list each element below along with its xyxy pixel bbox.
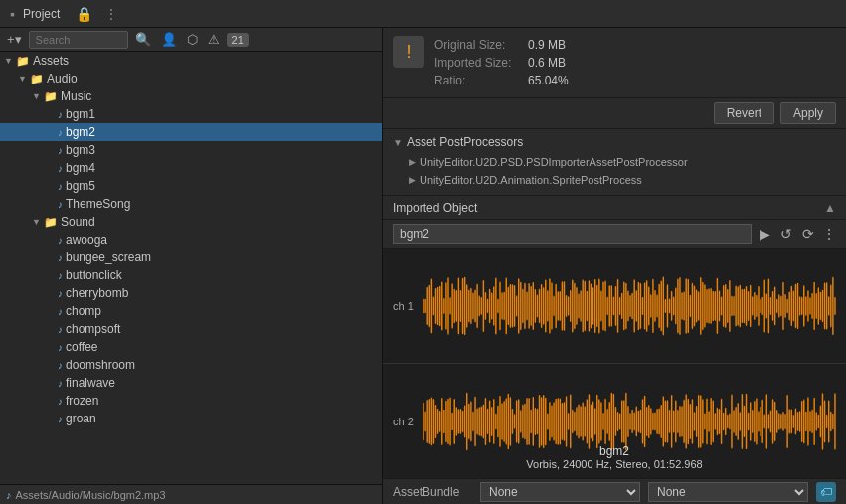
- tree-item-chomp[interactable]: ▶♪chomp: [0, 302, 382, 320]
- ratio-label: Ratio:: [434, 72, 524, 89]
- tree-item-bgm2[interactable]: ▶♪bgm2: [0, 123, 382, 141]
- tag-icon[interactable]: 🏷: [816, 482, 836, 502]
- channel-1-row: ch 1: [383, 249, 846, 364]
- original-size-label: Original Size:: [434, 36, 524, 54]
- folder-icon: 📁: [30, 73, 44, 85]
- asset-bundle-select-1[interactable]: None: [480, 482, 640, 502]
- tree-item-bungee_scream[interactable]: ▶♪bungee_scream: [0, 249, 382, 266]
- audio-file-icon: ♪: [58, 342, 63, 353]
- audio-file-icon: ♪: [58, 235, 63, 246]
- audio-file-icon: ♪: [58, 360, 63, 371]
- processor-item-2: ▶ UnityEditor.U2D.Animation.SpritePostPr…: [393, 171, 836, 189]
- play-button[interactable]: ▶: [758, 224, 772, 244]
- info-section: ! Original Size: 0.9 MB Imported Size: 0…: [383, 28, 846, 98]
- tree-item-assets[interactable]: ▼📁Assets: [0, 52, 382, 70]
- audio-file-icon: ♪: [58, 199, 63, 210]
- audio-file-icon: ♪: [58, 163, 63, 174]
- processor-item-1: ▶ UnityEditor.U2D.PSD.PSDImporterAssetPo…: [393, 153, 836, 171]
- tree-label: frozen: [66, 394, 98, 408]
- asset-path: Assets/Audio/Music/bgm2.mp3: [16, 489, 166, 501]
- folder-icon: 📁: [44, 216, 58, 229]
- channel-2-row: ch 2 bgm2 Vorbis, 24000 Hz, Stereo, 01:5…: [383, 364, 846, 478]
- asset-bundle-select-2[interactable]: None: [648, 482, 808, 502]
- arrow-icon: ▼: [4, 56, 16, 66]
- tree-label: awooga: [66, 233, 107, 247]
- player-menu-icon[interactable]: ⋮: [822, 226, 836, 242]
- tree-item-frozen[interactable]: ▶♪frozen: [0, 392, 382, 410]
- tree-label: coffee: [66, 340, 97, 354]
- channel-2-label: ch 2: [393, 416, 423, 427]
- channel-1-label: ch 1: [393, 300, 423, 312]
- audio-file-icon: ♪: [58, 145, 63, 156]
- lock-icon[interactable]: 🔒: [72, 4, 96, 24]
- scroll-indicator[interactable]: ▲: [824, 201, 836, 215]
- menu-icon[interactable]: ⋮: [100, 4, 122, 24]
- tree-label: cherrybomb: [66, 286, 128, 300]
- tree-item-bgm4[interactable]: ▶♪bgm4: [0, 159, 382, 177]
- revert-button[interactable]: Revert: [714, 102, 774, 124]
- arrow-icon: ▼: [32, 217, 44, 227]
- info-text: Original Size: 0.9 MB Imported Size: 0.6…: [434, 36, 836, 89]
- imported-object-header: Imported Object ▲: [383, 196, 846, 220]
- tree-item-cherrybomb[interactable]: ▶♪cherrybomb: [0, 284, 382, 302]
- audio-file-icon: ♪: [58, 181, 63, 192]
- tree-item-bgm5[interactable]: ▶♪bgm5: [0, 177, 382, 195]
- asset-postprocessors: ▼ Asset PostProcessors ▶ UnityEditor.U2D…: [383, 129, 846, 196]
- refresh-button[interactable]: ⟳: [800, 224, 816, 244]
- folder-icon: 📁: [16, 55, 30, 68]
- ratio-value: 65.04%: [528, 72, 569, 89]
- left-panel: +▾ 🔍 👤 ⬡ ⚠ 21 ▼📁Assets▼📁Audio▼📁Music▶♪bg…: [0, 28, 383, 504]
- audio-file-icon: ♪: [58, 270, 63, 281]
- search-input[interactable]: [29, 31, 128, 49]
- tree-item-chompsoft[interactable]: ▶♪chompsoft: [0, 320, 382, 338]
- add-button[interactable]: +▾: [4, 30, 25, 49]
- postprocessors-header[interactable]: ▼ Asset PostProcessors: [393, 135, 836, 149]
- tree-label: doomshroom: [66, 358, 135, 372]
- tree-label: chomp: [66, 304, 101, 318]
- imported-object-title: Imported Object: [393, 201, 477, 215]
- tree-item-coffee[interactable]: ▶♪coffee: [0, 338, 382, 356]
- tree-label: bgm5: [66, 179, 95, 193]
- tree-label: Sound: [61, 215, 95, 229]
- audio-file-icon: ♪: [58, 414, 63, 424]
- tree-container[interactable]: ▼📁Assets▼📁Audio▼📁Music▶♪bgm1▶♪bgm2▶♪bgm3…: [0, 52, 382, 484]
- search-icon-btn[interactable]: 🔍: [132, 30, 154, 49]
- audio-file-info: Vorbis, 24000 Hz, Stereo, 01:52.968: [526, 458, 702, 470]
- tree-item-awooga[interactable]: ▶♪awooga: [0, 231, 382, 249]
- tree-item-buttonclick[interactable]: ▶♪buttonclick: [0, 266, 382, 284]
- person-icon-btn[interactable]: 👤: [158, 30, 180, 49]
- processor-label-2: UnityEditor.U2D.Animation.SpritePostProc…: [420, 174, 642, 186]
- apply-button[interactable]: Apply: [780, 102, 836, 124]
- tree-label: groan: [66, 412, 96, 425]
- audio-file-icon: ♪: [58, 324, 63, 335]
- tree-item-finalwave[interactable]: ▶♪finalwave: [0, 374, 382, 392]
- tree-item-doomshroom[interactable]: ▶♪doomshroom: [0, 356, 382, 374]
- imported-size-value: 0.6 MB: [528, 54, 566, 72]
- tree-item-music[interactable]: ▼📁Music: [0, 87, 382, 105]
- right-panel: ! Original Size: 0.9 MB Imported Size: 0…: [383, 28, 846, 504]
- tree-label: finalwave: [66, 376, 115, 390]
- tree-item-bgm3[interactable]: ▶♪bgm3: [0, 141, 382, 159]
- loop-button[interactable]: ↺: [778, 224, 794, 244]
- tree-label: Music: [61, 89, 91, 103]
- warning-icon-btn[interactable]: ⚠: [205, 30, 223, 49]
- panel-title: Project: [23, 7, 60, 21]
- tree-label: ThemeSong: [66, 197, 130, 211]
- section-arrow-icon: ▼: [393, 137, 403, 148]
- asset-bundle-label: AssetBundle: [393, 485, 472, 499]
- tree-item-groan[interactable]: ▶♪groan: [0, 410, 382, 427]
- processor-label-1: UnityEditor.U2D.PSD.PSDImporterAssetPost…: [420, 156, 688, 168]
- arrow-icon: ▼: [32, 91, 44, 101]
- audio-player-row: ▶ ↺ ⟳ ⋮: [383, 220, 846, 249]
- tree-label: Assets: [33, 54, 69, 68]
- warning-indicator: !: [393, 36, 424, 68]
- tree-item-sound[interactable]: ▼📁Sound: [0, 213, 382, 231]
- audio-name-field[interactable]: [393, 224, 752, 244]
- tree-item-themesong[interactable]: ▶♪ThemeSong: [0, 195, 382, 213]
- toolbar-row: +▾ 🔍 👤 ⬡ ⚠ 21: [0, 28, 382, 52]
- tree-item-audio[interactable]: ▼📁Audio: [0, 70, 382, 87]
- tree-item-bgm1[interactable]: ▶♪bgm1: [0, 105, 382, 123]
- tree-label: bungee_scream: [66, 251, 151, 264]
- filter-icon-btn[interactable]: ⬡: [184, 30, 201, 49]
- audio-file-icon: ♪: [58, 396, 63, 407]
